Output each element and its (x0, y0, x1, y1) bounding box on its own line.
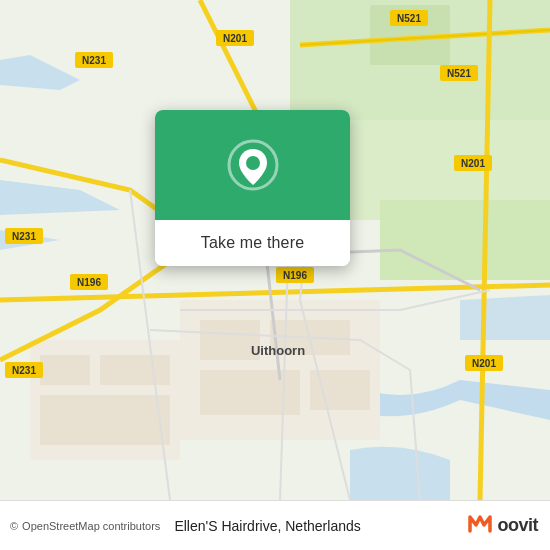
map-container: N521 N521 N231 N201 N231 N196 N196 N201 … (0, 0, 550, 500)
svg-point-38 (246, 156, 260, 170)
svg-text:N521: N521 (397, 13, 421, 24)
moovit-logo: oovit (466, 509, 539, 543)
svg-text:Uithoorn: Uithoorn (251, 343, 305, 358)
svg-rect-11 (40, 355, 90, 385)
footer-location-name: Ellen'S Hairdrive, Netherlands (174, 518, 360, 534)
take-me-there-button[interactable]: Take me there (155, 220, 350, 266)
svg-text:N201: N201 (472, 358, 496, 369)
svg-text:N521: N521 (447, 68, 471, 79)
svg-text:N201: N201 (223, 33, 247, 44)
svg-rect-4 (380, 200, 550, 280)
svg-rect-12 (100, 355, 170, 385)
moovit-m-icon (466, 509, 494, 543)
copyright-icon: © (10, 520, 18, 532)
svg-text:N231: N231 (12, 231, 36, 242)
svg-rect-13 (40, 395, 170, 445)
svg-text:N201: N201 (461, 158, 485, 169)
svg-text:N196: N196 (283, 270, 307, 281)
footer-copyright: OpenStreetMap contributors (22, 520, 160, 532)
svg-text:N231: N231 (12, 365, 36, 376)
popup-green-area (155, 110, 350, 220)
footer-left: © OpenStreetMap contributors Ellen'S Hai… (10, 518, 361, 534)
svg-text:N196: N196 (77, 277, 101, 288)
moovit-text: oovit (498, 515, 539, 536)
footer-bar: © OpenStreetMap contributors Ellen'S Hai… (0, 500, 550, 550)
svg-text:N231: N231 (82, 55, 106, 66)
location-pin-icon (227, 139, 279, 191)
popup-card: Take me there (155, 110, 350, 266)
